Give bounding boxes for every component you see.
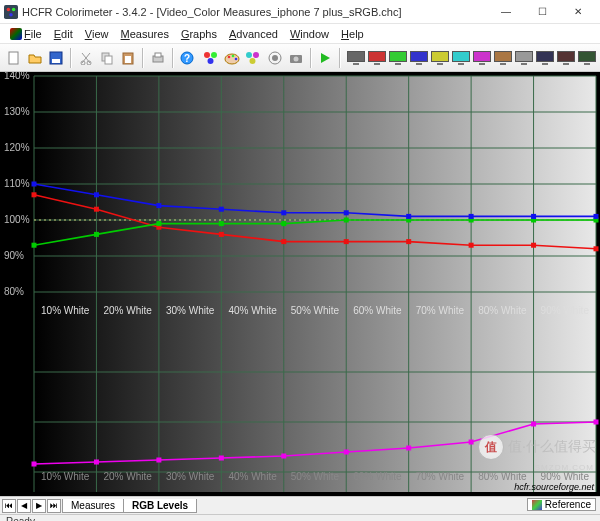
titlebar: HCFR Colorimeter - 3.4.2 - [Video_Color … [0, 0, 600, 24]
svg-point-28 [272, 55, 278, 61]
minimize-button[interactable]: — [488, 1, 524, 23]
monitor-6-button[interactable] [471, 48, 491, 68]
svg-rect-91 [219, 221, 224, 226]
monitor-7-button[interactable] [492, 48, 512, 68]
svg-text:80%: 80% [4, 286, 24, 297]
svg-point-24 [246, 52, 252, 58]
svg-text:90% White: 90% White [541, 471, 590, 482]
svg-text:60% White: 60% White [353, 305, 402, 316]
svg-rect-111 [219, 456, 224, 461]
play-button[interactable] [316, 48, 335, 68]
reference-label: Reference [545, 499, 591, 510]
menu-edit[interactable]: Edit [48, 28, 79, 40]
cmy-dots-icon[interactable] [244, 48, 263, 68]
svg-rect-6 [52, 59, 60, 63]
tab-prev-button[interactable]: ◀ [17, 499, 31, 513]
svg-text:120%: 120% [4, 142, 30, 153]
monitor-1-button[interactable] [366, 48, 386, 68]
menu-window[interactable]: Window [284, 28, 335, 40]
doc-icon [10, 28, 22, 40]
reference-box[interactable]: Reference [527, 498, 596, 511]
svg-rect-99 [94, 192, 99, 197]
svg-rect-116 [531, 422, 536, 427]
monitor-4-button[interactable] [429, 48, 449, 68]
target-icon[interactable] [265, 48, 284, 68]
svg-rect-10 [105, 56, 112, 64]
svg-rect-98 [32, 182, 37, 187]
svg-text:20% White: 20% White [103, 471, 152, 482]
svg-rect-114 [406, 446, 411, 451]
cut-button[interactable] [76, 48, 95, 68]
monitor-11-button[interactable] [576, 48, 596, 68]
svg-point-18 [211, 52, 217, 58]
toolbar: ? [0, 44, 600, 72]
svg-rect-0 [4, 5, 18, 19]
tab-next-button[interactable]: ▶ [32, 499, 46, 513]
svg-rect-109 [94, 460, 99, 465]
tab-rgb-levels[interactable]: RGB Levels [123, 499, 197, 513]
rgb-levels-chart: 140%130%120%110%100%90%80% 10% White20% … [0, 72, 600, 496]
copy-button[interactable] [97, 48, 116, 68]
monitor-10-button[interactable] [555, 48, 575, 68]
svg-point-2 [12, 7, 16, 11]
svg-point-30 [293, 56, 298, 61]
svg-rect-88 [32, 243, 37, 248]
menu-measures[interactable]: Measures [115, 28, 175, 40]
save-button[interactable] [47, 48, 66, 68]
svg-rect-14 [155, 53, 161, 57]
svg-point-3 [9, 12, 13, 16]
help-button[interactable]: ? [178, 48, 197, 68]
svg-rect-85 [469, 243, 474, 248]
svg-rect-81 [219, 232, 224, 237]
svg-text:50% White: 50% White [291, 305, 340, 316]
svg-rect-92 [281, 221, 286, 226]
svg-text:10% White: 10% White [41, 305, 90, 316]
palette-icon[interactable] [222, 48, 241, 68]
svg-text:30% White: 30% White [166, 471, 215, 482]
tab-first-button[interactable]: ⏮ [2, 499, 16, 513]
credit-text: hcfr.sourceforge.net [514, 482, 594, 492]
sheet-tabs: ⏮ ◀ ▶ ⏭ Measures RGB Levels Reference [0, 496, 600, 514]
rgb-dots-icon[interactable] [201, 48, 220, 68]
close-button[interactable]: ✕ [560, 1, 596, 23]
app-icon [4, 5, 18, 19]
maximize-button[interactable]: ☐ [524, 1, 560, 23]
svg-rect-82 [281, 239, 286, 244]
svg-text:30% White: 30% White [166, 305, 215, 316]
menu-advanced[interactable]: Advanced [223, 28, 284, 40]
svg-text:40% White: 40% White [228, 305, 277, 316]
menu-view[interactable]: View [79, 28, 115, 40]
svg-text:100%: 100% [4, 214, 30, 225]
svg-rect-84 [406, 239, 411, 244]
svg-text:20% White: 20% White [103, 305, 152, 316]
open-button[interactable] [25, 48, 44, 68]
print-button[interactable] [148, 48, 167, 68]
svg-point-1 [7, 7, 11, 11]
svg-text:90%: 90% [4, 250, 24, 261]
monitor-9-button[interactable] [534, 48, 554, 68]
new-button[interactable] [4, 48, 23, 68]
monitor-0-button[interactable] [345, 48, 365, 68]
svg-rect-90 [156, 221, 161, 226]
monitor-2-button[interactable] [387, 48, 407, 68]
menu-graphs[interactable]: Graphs [175, 28, 223, 40]
svg-rect-104 [406, 214, 411, 219]
svg-rect-117 [594, 420, 599, 425]
tab-last-button[interactable]: ⏭ [47, 499, 61, 513]
tab-measures[interactable]: Measures [62, 499, 124, 513]
camera-icon[interactable] [286, 48, 305, 68]
paste-button[interactable] [119, 48, 138, 68]
menu-help[interactable]: Help [335, 28, 370, 40]
svg-rect-87 [594, 246, 599, 251]
svg-rect-108 [32, 462, 37, 467]
svg-text:130%: 130% [4, 106, 30, 117]
monitor-8-button[interactable] [513, 48, 533, 68]
svg-rect-102 [281, 210, 286, 215]
svg-point-22 [232, 54, 235, 57]
svg-text:110%: 110% [4, 178, 30, 189]
monitor-3-button[interactable] [408, 48, 428, 68]
menu-file[interactable]: File [4, 28, 48, 40]
monitor-5-button[interactable] [450, 48, 470, 68]
svg-rect-83 [344, 239, 349, 244]
svg-rect-110 [156, 458, 161, 463]
